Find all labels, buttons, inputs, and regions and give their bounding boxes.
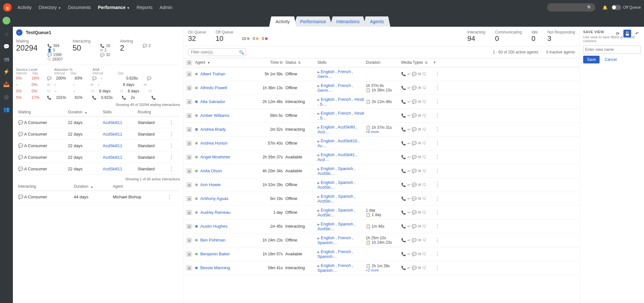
filter-users-input[interactable] xyxy=(188,48,246,56)
refresh-icon[interactable]: ⟳ xyxy=(614,30,621,37)
agent-row[interactable]: ⊞ Anthony Aguas 5m 19s Offline ▶English … xyxy=(184,192,580,206)
agent-row[interactable]: ⊞ Alta Salvador 2h 12m 48s Interacting ▶… xyxy=(184,95,580,109)
more-link[interactable]: +6 more xyxy=(366,130,401,134)
global-search[interactable]: 🔍 xyxy=(547,3,595,12)
back-button[interactable]: ← xyxy=(16,29,23,36)
target-icon[interactable]: ◎ xyxy=(4,94,9,100)
global-search-input[interactable] xyxy=(550,5,587,10)
waiting-row[interactable]: 💬 A Consumer22 daysAcdSkill11Standard⋮ xyxy=(17,117,179,128)
cancel-button[interactable]: Cancel xyxy=(601,56,620,63)
undo-icon[interactable]: ↶ xyxy=(633,30,641,37)
expand-all-icon[interactable]: ⊞ xyxy=(187,61,191,65)
skills-link[interactable]: ▶English , French , Hindi , S… xyxy=(317,111,366,120)
agent-name-link[interactable]: Andrea Horton xyxy=(200,141,228,146)
expand-row-icon[interactable]: ⊞ xyxy=(187,183,191,187)
save-layout-icon[interactable]: 💾 xyxy=(623,30,631,37)
expand-row-icon[interactable]: ⊞ xyxy=(187,224,191,229)
tab-activity[interactable]: Activity xyxy=(269,16,296,27)
agent-name-link[interactable]: Anthony Aguas xyxy=(200,196,228,201)
expand-row-icon[interactable]: ⊞ xyxy=(187,141,191,146)
agent-row[interactable]: ⊞ Bessie Manning 58m 41s Interacting ▶En… xyxy=(184,261,580,275)
agent-name-link[interactable]: Austin Hughes xyxy=(200,224,228,229)
row-menu-icon[interactable]: ⋮ xyxy=(167,140,179,151)
expand-row-icon[interactable]: ⊞ xyxy=(187,155,191,159)
skills-link[interactable]: ▶English , Spanish , AcdSki… xyxy=(317,208,366,217)
agent-name-link[interactable]: Ann Howie xyxy=(200,182,221,187)
skills-link[interactable]: ▶English , French , Hindi , S… xyxy=(317,97,366,107)
nav-performance[interactable]: Performance▼ xyxy=(98,5,130,10)
skills-link[interactable]: ▶English , French , Germ… xyxy=(317,83,366,93)
skills-link[interactable]: ▶English , AcdSkill10 , Ac… xyxy=(317,138,366,148)
skills-link[interactable]: ▶English , French , Germ… xyxy=(317,69,366,79)
agent-name-link[interactable]: Alta Salvador xyxy=(200,99,225,104)
agent-name-link[interactable]: Bessie Manning xyxy=(200,265,230,270)
save-button[interactable]: Save xyxy=(583,56,600,63)
waiting-row[interactable]: 💬 A Consumer22 daysAcdSkill11Standard⋮ xyxy=(17,152,179,163)
skill-link[interactable]: AcdSkill11 xyxy=(101,117,136,128)
nav-reports[interactable]: Reports xyxy=(137,5,153,10)
agent-row[interactable]: ⊞ Audrey Rameau 1 day Offline ▶English ,… xyxy=(184,206,580,220)
row-menu-icon[interactable]: ⋮ xyxy=(433,112,441,118)
agent-row[interactable]: ⊞ Andrea Horton 57m 43s Offline ▶English… xyxy=(184,137,580,150)
agent-row[interactable]: ⊞ Ann Howie 1h 32m 29s Offline ▶English … xyxy=(184,178,580,192)
expand-row-icon[interactable]: ⊞ xyxy=(187,86,191,90)
row-menu-icon[interactable]: ⋮ xyxy=(433,168,441,174)
notifications-icon[interactable]: 🔔 xyxy=(602,5,608,10)
nav-documents[interactable]: Documents xyxy=(68,5,91,10)
row-menu-icon[interactable]: ⋮ xyxy=(433,71,441,77)
tab-interactions[interactable]: Interactions xyxy=(330,16,366,27)
expand-row-icon[interactable]: ⊞ xyxy=(187,238,191,242)
skills-link[interactable]: ▶English , Spanish , AcdSki… xyxy=(317,180,366,190)
row-menu-icon[interactable]: ⋮ xyxy=(433,85,441,91)
agent-name-link[interactable]: Audrey Rameau xyxy=(200,210,231,215)
agent-name-link[interactable]: Amber Williams xyxy=(200,113,229,118)
agent-row[interactable]: ⊞ Anita Olson 4h 20m 34s Available ▶Engl… xyxy=(184,164,580,178)
nav-directory[interactable]: Directory▼ xyxy=(39,5,61,10)
row-menu-icon[interactable]: ⋮ xyxy=(167,152,179,163)
people-icon[interactable]: 👥 xyxy=(3,106,10,112)
expand-row-icon[interactable]: ⊞ xyxy=(187,252,191,256)
agent-name-link[interactable]: Angel Mcwhirter xyxy=(200,155,230,159)
row-menu-icon[interactable]: ⋮ xyxy=(433,195,441,202)
skills-link[interactable]: ▶English , French , Spanish… xyxy=(317,263,366,273)
inactive-agents-link[interactable]: 0 inactive agents xyxy=(546,50,575,54)
row-menu-icon[interactable]: ⋮ xyxy=(433,126,441,132)
skill-link[interactable]: AcdSkill11 xyxy=(101,129,136,140)
row-menu-icon[interactable]: ⋮ xyxy=(433,99,441,105)
expand-row-icon[interactable]: ⊞ xyxy=(187,210,191,215)
agent-row[interactable]: ⊞ Austin Hughes 1m 45s Interacting ▶Engl… xyxy=(184,220,580,233)
row-menu-icon[interactable]: ⋮ xyxy=(433,209,441,215)
interacting-row[interactable]: 💬 A Consumer44 daysMichael Bishop⋮ xyxy=(17,192,179,203)
row-menu-icon[interactable]: ⋮ xyxy=(433,251,441,257)
row-menu-icon[interactable]: ⋮ xyxy=(433,140,441,146)
agent-name-link[interactable]: Alfredo Powell xyxy=(200,85,227,90)
alerts-icon[interactable]: ⚡ xyxy=(3,69,10,75)
row-menu-icon[interactable]: ⋮ xyxy=(433,223,441,229)
skills-link[interactable]: ▶English , French , Spanish… xyxy=(317,235,366,245)
view-name-input[interactable] xyxy=(583,45,641,54)
skill-link[interactable]: AcdSkill11 xyxy=(101,152,136,163)
chat-icon[interactable]: 💬 xyxy=(3,43,10,50)
agent-row[interactable]: ⊞ Alfredo Powell 1h 36m 13s Offline ▶Eng… xyxy=(184,81,580,95)
row-menu-icon[interactable]: ⋮ xyxy=(167,164,179,175)
row-menu-icon[interactable]: ⋮ xyxy=(433,182,441,188)
user-avatar[interactable] xyxy=(3,17,10,24)
queue-toggle[interactable] xyxy=(611,5,621,10)
agent-name-link[interactable]: Albert Trahan xyxy=(200,71,225,76)
waiting-row[interactable]: 💬 A Consumer22 daysAcdSkill11Standard⋮ xyxy=(17,140,179,151)
agent-name-link[interactable]: Ben Pohlman xyxy=(200,238,225,242)
expand-row-icon[interactable]: ⊞ xyxy=(187,113,191,118)
skills-link[interactable]: ▶English , AcdSkill1 , Acd… xyxy=(317,152,366,162)
nav-admin[interactable]: Admin xyxy=(160,5,173,10)
tab-agents[interactable]: Agents xyxy=(364,16,391,27)
agent-row[interactable]: ⊞ Andrea Brady 2m 52s Interacting ▶Engli… xyxy=(184,123,580,137)
skill-link[interactable]: AcdSkill11 xyxy=(101,140,136,151)
inbox-icon[interactable]: 📥 xyxy=(3,81,10,87)
expand-row-icon[interactable]: ⊞ xyxy=(187,127,191,132)
more-link[interactable]: +2 more xyxy=(366,268,401,272)
expand-row-icon[interactable]: ⊞ xyxy=(187,266,191,270)
row-menu-icon[interactable]: ⋮ xyxy=(433,237,441,243)
expand-row-icon[interactable]: ⊞ xyxy=(187,99,191,104)
agent-name-link[interactable]: Benjamin Baker xyxy=(200,251,230,256)
row-menu-icon[interactable]: ⋮ xyxy=(166,192,179,203)
